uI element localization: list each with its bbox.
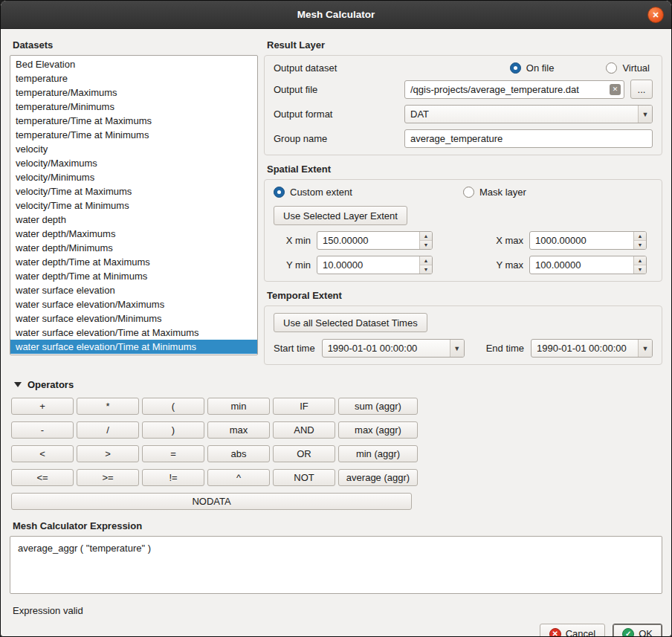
dataset-item[interactable]: temperature/Time at Maximums [10, 114, 257, 128]
operator-button[interactable]: = [142, 445, 204, 462]
operator-button[interactable]: IF [273, 398, 335, 415]
dataset-item[interactable]: temperature/Minimums [10, 100, 257, 114]
top-row: Datasets Bed Elevation temperature tempe… [10, 36, 662, 370]
operator-button[interactable]: <= [11, 469, 74, 486]
operator-button[interactable]: >= [77, 469, 139, 486]
dataset-item[interactable]: water surface elevation/Time at Minimums [10, 340, 257, 354]
browse-file-button[interactable]: ... [630, 80, 653, 99]
operators-collapse-header[interactable]: Operators [14, 379, 662, 390]
operator-button[interactable]: AND [273, 421, 335, 439]
output-file-input-wrap: ✕ [404, 80, 624, 99]
ok-button[interactable]: ✓ OK [613, 624, 662, 637]
dataset-item[interactable]: water depth [10, 213, 257, 227]
operator-button[interactable]: < [11, 445, 74, 462]
operator-button[interactable]: > [77, 445, 139, 462]
x-max-value: 1000.00000 [530, 232, 633, 249]
operator-button[interactable]: min (aggr) [338, 445, 418, 462]
dataset-item[interactable]: velocity [10, 142, 257, 156]
output-format-select[interactable]: DAT ▼ [404, 105, 653, 123]
dataset-item[interactable]: velocity/Time at Maximums [10, 184, 257, 198]
mask-layer-radio[interactable]: Mask layer [463, 187, 526, 198]
y-min-spinbox[interactable]: 10.00000 ▲ ▼ [317, 256, 433, 274]
group-name-row: Group name [274, 129, 653, 148]
dataset-item[interactable]: temperature/Maximums [10, 85, 257, 100]
start-time-select[interactable]: 1990-01-01 00:00:00 ▼ [322, 339, 465, 358]
right-panel: Result Layer Output dataset On file Virt… [264, 36, 662, 370]
dataset-list[interactable]: Bed Elevation temperature temperature/Ma… [10, 55, 258, 355]
close-button[interactable]: ✕ [647, 7, 664, 23]
dataset-item[interactable]: Bed Elevation [10, 57, 257, 71]
operator-button[interactable]: sum (aggr) [338, 398, 418, 415]
start-time-value: 1990-01-01 00:00:00 [323, 343, 450, 354]
operator-button[interactable]: NOT [273, 469, 335, 486]
start-time-label: Start time [274, 343, 315, 354]
dataset-item[interactable]: water surface elevation/Minimums [10, 311, 257, 326]
nodata-button[interactable]: NODATA [11, 493, 412, 510]
output-format-value: DAT [405, 109, 638, 120]
x-max-spinbox[interactable]: 1000.00000 ▲ ▼ [529, 231, 647, 250]
operator-button[interactable]: ( [142, 398, 204, 415]
output-file-input[interactable] [404, 80, 624, 99]
dataset-item[interactable]: water depth/Maximums [10, 227, 257, 241]
end-time-select[interactable]: 1990-01-01 00:00:00 ▼ [531, 339, 653, 358]
y-min-label: Y min [274, 259, 311, 271]
cancel-button[interactable]: ✕ Cancel [540, 624, 605, 637]
on-file-radio[interactable]: On file [510, 62, 555, 74]
spin-down-icon[interactable]: ▼ [634, 265, 646, 274]
close-icon: ✕ [652, 10, 659, 20]
operator-button[interactable]: / [77, 421, 139, 439]
extent-max-row: Y min 10.00000 ▲ ▼ Y max 100.00000 [274, 256, 647, 274]
dataset-item[interactable]: water surface elevation [10, 283, 257, 297]
spin-down-icon[interactable]: ▼ [420, 241, 432, 249]
y-max-spin-buttons: ▲ ▼ [633, 256, 646, 274]
dataset-item[interactable]: water depth/Time at Minimums [10, 269, 257, 283]
dataset-item[interactable]: water depth/Minimums [10, 241, 257, 255]
y-min-value: 10.00000 [317, 256, 419, 274]
mask-layer-half: Mask layer [463, 187, 653, 200]
group-name-input[interactable] [404, 129, 653, 148]
operator-button[interactable]: max [207, 421, 270, 439]
dataset-item[interactable]: temperature [10, 71, 257, 85]
virtual-radio[interactable]: Virtual [606, 62, 650, 74]
output-file-label: Output file [274, 84, 398, 95]
chevron-down-icon: ▼ [638, 106, 652, 123]
spin-down-icon[interactable]: ▼ [420, 265, 432, 274]
spin-up-icon[interactable]: ▲ [420, 232, 432, 241]
operator-button[interactable]: min [207, 398, 270, 415]
spin-up-icon[interactable]: ▲ [634, 256, 646, 265]
dataset-item[interactable]: water surface elevation/Maximums [10, 297, 257, 311]
output-file-row: Output file ✕ ... [274, 80, 653, 99]
expression-editor[interactable]: average_aggr ( "temperature" ) [10, 536, 662, 594]
operator-button[interactable]: max (aggr) [338, 421, 418, 439]
use-dataset-times-button[interactable]: Use all Selected Dataset Times [274, 313, 427, 332]
dataset-item[interactable]: water depth/Time at Maximums [10, 255, 257, 269]
output-dataset-label: Output dataset [274, 62, 398, 74]
operator-button[interactable]: != [142, 469, 204, 486]
operator-button[interactable]: * [77, 398, 139, 415]
spin-up-icon[interactable]: ▲ [634, 232, 646, 241]
operators-grid-wrap: + * ( min IF sum (aggr) - / ) max AND ma… [11, 398, 412, 510]
operator-button[interactable]: OR [273, 445, 335, 462]
chevron-down-icon: ▼ [638, 340, 652, 357]
dataset-item[interactable]: temperature/Time at Minimums [10, 128, 257, 142]
custom-extent-radio[interactable]: Custom extent [274, 187, 352, 198]
operator-button[interactable]: average (aggr) [338, 469, 418, 486]
output-dataset-radios: On file Virtual [404, 62, 653, 74]
use-layer-extent-button[interactable]: Use Selected Layer Extent [274, 206, 407, 225]
operator-button[interactable]: + [11, 398, 74, 415]
spin-down-icon[interactable]: ▼ [634, 241, 646, 249]
dataset-item[interactable]: water surface elevation/Time at Maximums [10, 326, 257, 340]
operator-button[interactable]: - [11, 421, 74, 439]
dataset-item[interactable]: velocity/Time at Minimums [10, 198, 257, 213]
y-max-spinbox[interactable]: 100.00000 ▲ ▼ [529, 256, 647, 274]
spin-up-icon[interactable]: ▲ [420, 256, 432, 265]
clear-text-icon[interactable]: ✕ [610, 84, 621, 95]
dataset-item[interactable]: velocity/Minimums [10, 170, 257, 184]
dataset-item[interactable]: velocity/Maximums [10, 156, 257, 170]
operator-button[interactable]: ^ [207, 469, 270, 486]
operator-button[interactable]: abs [207, 445, 270, 462]
operator-button[interactable]: ) [142, 421, 204, 439]
operators-label: Operators [28, 379, 74, 390]
x-min-spinbox[interactable]: 150.00000 ▲ ▼ [317, 231, 433, 250]
temporal-extent-label: Temporal Extent [267, 290, 662, 301]
